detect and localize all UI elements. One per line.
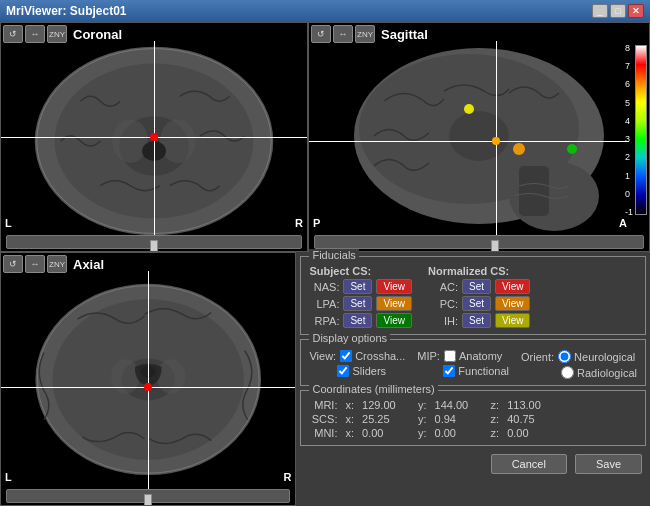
colorbar-label-0: 0	[625, 189, 633, 199]
svg-point-12	[513, 143, 525, 155]
mni-z-val: 0.00	[507, 427, 555, 439]
radiological-row: Radiological	[561, 366, 637, 379]
sagittal-pan-button[interactable]: ↔	[333, 25, 353, 43]
colorbar-label-7: 7	[625, 61, 633, 71]
sagittal-reset-button[interactable]: ↺	[311, 25, 331, 43]
right-panel: Fiducials Subject CS: NAS: Set View LPA:…	[296, 252, 650, 506]
anatomy-checkbox[interactable]	[444, 350, 456, 362]
scs-y-label: y:	[418, 413, 427, 425]
colorbar	[635, 45, 647, 215]
coronal-range-input[interactable]	[7, 236, 301, 248]
sagittal-zoom-button[interactable]: ZNY	[355, 25, 375, 43]
sagittal-toolbar: ↺ ↔ ZNY	[311, 25, 375, 43]
fiducial-lpa-row: LPA: Set View	[309, 296, 412, 311]
radiological-label: Radiological	[577, 367, 637, 379]
axial-zoom-button[interactable]: ZNY	[47, 255, 67, 273]
axial-slider[interactable]	[6, 489, 290, 503]
pc-view-button[interactable]: View	[495, 296, 531, 311]
nas-view-button[interactable]: View	[376, 279, 412, 294]
pc-set-button[interactable]: Set	[462, 296, 491, 311]
functional-row: Functional	[443, 365, 509, 377]
scs-coord-row: SCS: x: 25.25 y: 0.94 z: 40.75	[309, 413, 637, 425]
axial-pan-button[interactable]: ↔	[25, 255, 45, 273]
ac-set-button[interactable]: Set	[462, 279, 491, 294]
mni-z-label: z:	[491, 427, 500, 439]
mri-z-label: z:	[491, 399, 500, 411]
sagittal-axis-right: A	[619, 217, 627, 229]
neurological-radio-item: Neurological	[558, 350, 635, 363]
axial-range-input[interactable]	[7, 490, 289, 502]
colorbar-label-8: 8	[625, 43, 633, 53]
action-buttons: Cancel Save	[300, 450, 646, 476]
lpa-view-button[interactable]: View	[376, 296, 412, 311]
axial-label: Axial	[73, 257, 104, 272]
neurological-label: Neurological	[574, 351, 635, 363]
svg-rect-10	[519, 166, 549, 216]
sagittal-range-input[interactable]	[315, 236, 643, 248]
normalized-cs: Normalized CS: AC: Set View PC: Set View	[428, 265, 531, 328]
functional-checkbox-item: Functional	[443, 365, 509, 377]
sliders-checkbox[interactable]	[337, 365, 349, 377]
mni-label: MNI:	[309, 427, 337, 439]
subject-cs-label: Subject CS:	[309, 265, 412, 277]
close-button[interactable]: ✕	[628, 4, 644, 18]
ac-view-button[interactable]: View	[495, 279, 531, 294]
fiducials-title: Fiducials	[309, 249, 358, 261]
rpa-set-button[interactable]: Set	[343, 313, 372, 328]
save-button[interactable]: Save	[575, 454, 642, 474]
ac-label: AC:	[428, 281, 458, 293]
ih-view-button[interactable]: View	[495, 313, 531, 328]
view-label: View:	[309, 350, 336, 362]
mri-z-val: 113.00	[507, 399, 555, 411]
scs-y-val: 0.94	[435, 413, 483, 425]
radiological-radio[interactable]	[561, 366, 574, 379]
sagittal-brain-svg	[309, 41, 649, 251]
lpa-set-button[interactable]: Set	[343, 296, 372, 311]
sagittal-label: Sagittal	[381, 27, 428, 42]
coronal-slider[interactable]	[6, 235, 302, 249]
coronal-zoom-button[interactable]: ZNY	[47, 25, 67, 43]
scs-x-label: x:	[345, 413, 354, 425]
fiducial-ih-row: IH: Set View	[428, 313, 531, 328]
sagittal-crosshair-dot	[492, 137, 500, 145]
ih-set-button[interactable]: Set	[462, 313, 491, 328]
window-controls: _ □ ✕	[592, 4, 644, 18]
sliders-row: Sliders	[337, 365, 405, 377]
functional-label: Functional	[458, 365, 509, 377]
sagittal-panel: ↺ ↔ ZNY Sagittal	[308, 22, 650, 252]
mip-label-row: MIP: Anatomy	[417, 350, 509, 362]
fiducial-ac-row: AC: Set View	[428, 279, 531, 294]
view-options: View: Crossha... Sliders	[309, 350, 405, 377]
rpa-view-button[interactable]: View	[376, 313, 412, 328]
coronal-toolbar: ↺ ↔ ZNY	[3, 25, 67, 43]
sagittal-crosshair-h	[309, 141, 629, 142]
coronal-pan-button[interactable]: ↔	[25, 25, 45, 43]
crosshair-checkbox[interactable]	[340, 350, 352, 362]
axial-canvas[interactable]: L R	[1, 253, 295, 505]
sagittal-axis-left: P	[313, 217, 320, 229]
neurological-radio[interactable]	[558, 350, 571, 363]
coronal-axis-left: L	[5, 217, 12, 229]
anatomy-checkbox-item: Anatomy	[444, 350, 502, 362]
svg-point-4	[112, 119, 148, 163]
sagittal-slider[interactable]	[314, 235, 644, 249]
maximize-button[interactable]: □	[610, 4, 626, 18]
nas-set-button[interactable]: Set	[343, 279, 372, 294]
coronal-reset-button[interactable]: ↺	[3, 25, 23, 43]
functional-checkbox[interactable]	[443, 365, 455, 377]
coronal-canvas[interactable]: L R	[1, 23, 307, 251]
cancel-button[interactable]: Cancel	[491, 454, 567, 474]
view-label-row: View: Crossha...	[309, 350, 405, 362]
sagittal-canvas[interactable]: P A 8 7 6 5 4 3 2 1 0 -1	[309, 23, 649, 251]
axial-axis-right: R	[284, 471, 292, 483]
svg-point-14	[567, 144, 577, 154]
fiducial-nas-row: NAS: Set View	[309, 279, 412, 294]
colorbar-label-3: 3	[625, 134, 633, 144]
window-title: MriViewer: Subject01	[6, 4, 127, 18]
mni-coord-row: MNI: x: 0.00 y: 0.00 z: 0.00	[309, 427, 637, 439]
minimize-button[interactable]: _	[592, 4, 608, 18]
coronal-label: Coronal	[73, 27, 122, 42]
scs-z-val: 40.75	[507, 413, 555, 425]
axial-reset-button[interactable]: ↺	[3, 255, 23, 273]
main-content: ↺ ↔ ZNY Coronal	[0, 22, 650, 506]
